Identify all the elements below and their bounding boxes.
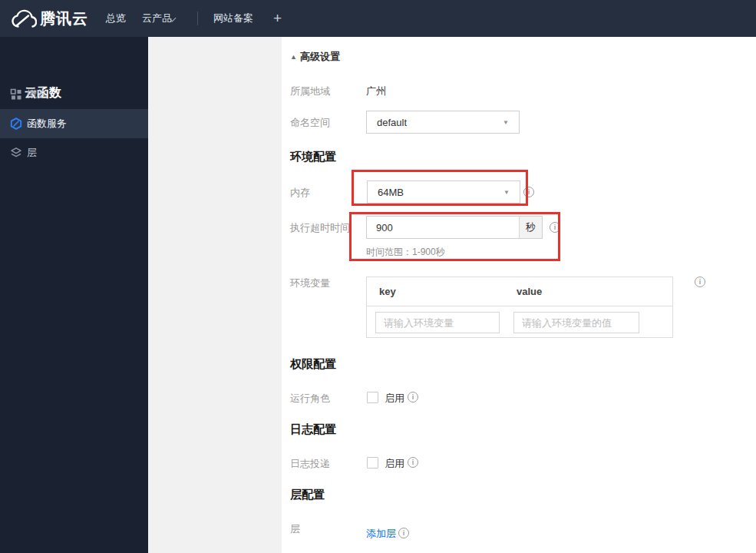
nav-item-icp[interactable]: 网站备案 xyxy=(213,0,253,37)
plus-icon[interactable]: + xyxy=(273,0,282,37)
memory-select[interactable]: 64MB ▼ xyxy=(367,180,520,204)
collapse-up-icon[interactable]: ▲ xyxy=(290,53,297,61)
log-delivery-info-icon[interactable]: i xyxy=(408,457,418,468)
env-value-header: value xyxy=(517,286,542,297)
memory-info-icon[interactable]: i xyxy=(523,187,534,197)
env-vars-label: 环境变量 xyxy=(290,277,330,289)
layer-label: 层 xyxy=(290,523,300,535)
sidebar-item-overview[interactable]: 概览 xyxy=(0,80,148,109)
sidebar-item-label: 概览 xyxy=(27,80,47,109)
env-vars-table: key value xyxy=(366,276,673,338)
env-value-input[interactable] xyxy=(513,312,639,333)
brand-name[interactable]: 腾讯云 xyxy=(40,0,88,37)
add-layer-info-icon[interactable]: i xyxy=(398,528,409,538)
sidebar-item-label: 层 xyxy=(27,138,37,167)
run-role-info-icon[interactable]: i xyxy=(408,392,418,402)
sidebar-item-function-service[interactable]: 函数服务 xyxy=(0,109,148,138)
timeout-input-group: 秒 xyxy=(366,216,543,239)
run-role-enable-checkbox[interactable] xyxy=(367,392,378,403)
sidebar-item-layers[interactable]: 层 xyxy=(0,138,148,167)
timeout-unit-addon: 秒 xyxy=(519,217,542,238)
env-key-input[interactable] xyxy=(375,312,500,333)
log-config-section-title: 日志配置 xyxy=(290,423,336,435)
caret-down-icon: ▼ xyxy=(503,190,510,196)
namespace-label: 命名空间 xyxy=(290,117,330,128)
sidebar-item-label: 函数服务 xyxy=(27,109,67,138)
table-header-divider xyxy=(367,306,672,306)
log-delivery-enable-checkbox[interactable] xyxy=(367,457,378,469)
nav-item-overview[interactable]: 总览 xyxy=(106,0,126,37)
perm-config-section-title: 权限配置 xyxy=(290,358,336,370)
env-vars-info-icon[interactable]: i xyxy=(695,276,705,287)
timeout-range-hint: 时间范围：1-900秒 xyxy=(366,247,445,257)
secondary-panel xyxy=(148,37,282,553)
env-config-section-title: 环境配置 xyxy=(290,151,336,163)
memory-selected-value: 64MB xyxy=(378,187,404,198)
nav-divider xyxy=(197,12,198,25)
timeout-label: 执行超时时间 xyxy=(290,222,350,233)
sidebar: 云函数 概览 函数服务 层 xyxy=(0,37,148,553)
log-delivery-enable-label: 启用 xyxy=(385,458,404,469)
tencent-cloud-logo-icon xyxy=(11,8,37,29)
grid-icon xyxy=(10,88,22,101)
memory-label: 内存 xyxy=(290,187,310,198)
namespace-select[interactable]: default ▼ xyxy=(366,111,520,134)
region-value: 广州 xyxy=(366,85,386,97)
timeout-input[interactable] xyxy=(367,217,520,238)
run-role-enable-label: 启用 xyxy=(385,392,404,404)
layers-icon xyxy=(10,147,22,159)
layer-config-section-title: 层配置 xyxy=(290,488,325,501)
nav-item-products[interactable]: 云产品 xyxy=(142,0,172,37)
add-layer-link[interactable]: 添加层 xyxy=(366,528,396,539)
namespace-selected-value: default xyxy=(377,117,407,128)
run-role-label: 运行角色 xyxy=(290,392,330,404)
log-delivery-label: 日志投递 xyxy=(290,458,330,469)
caret-down-icon: ▼ xyxy=(503,120,509,126)
region-label: 所属地域 xyxy=(290,85,330,97)
top-navbar: 腾讯云 总览 云产品 网站备案 + xyxy=(0,0,756,37)
function-icon xyxy=(10,118,22,130)
env-key-header: key xyxy=(379,286,396,297)
timeout-info-icon[interactable]: i xyxy=(550,222,560,233)
advanced-settings-toggle[interactable]: 高级设置 xyxy=(300,51,340,62)
